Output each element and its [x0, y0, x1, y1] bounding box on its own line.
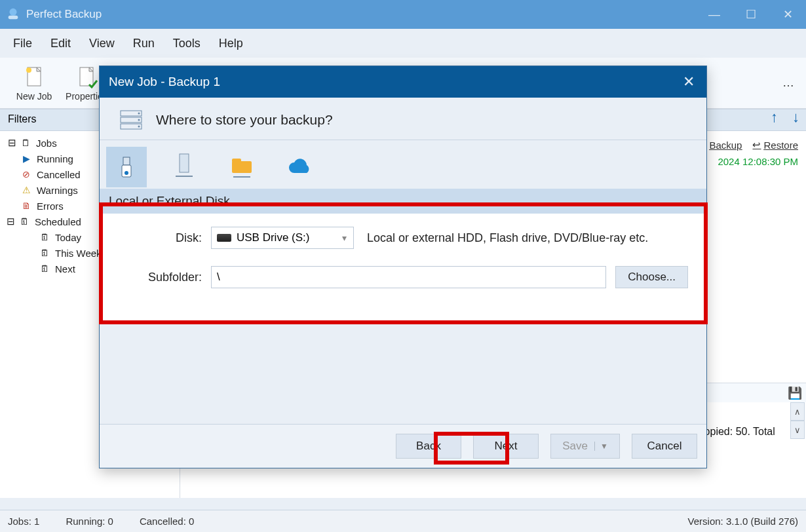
- menu-tools[interactable]: Tools: [165, 33, 208, 54]
- error-icon: 🗎: [20, 199, 33, 212]
- save-button[interactable]: Save ▼: [550, 434, 620, 459]
- save-icon[interactable]: 💾: [788, 386, 802, 400]
- svg-rect-19: [232, 159, 241, 162]
- chevron-down-icon: ▾: [342, 233, 347, 243]
- calendar-icon: 🗓: [18, 215, 31, 228]
- svg-point-12: [138, 126, 140, 128]
- menu-run[interactable]: Run: [125, 33, 163, 54]
- dest-nas[interactable]: [164, 147, 204, 187]
- dialog-title: New Job - Backup 1: [109, 75, 220, 89]
- svg-point-11: [138, 119, 140, 121]
- play-icon: ▶: [20, 152, 33, 165]
- svg-rect-13: [123, 157, 130, 165]
- status-running: Running: 0: [66, 516, 113, 527]
- dest-cloud[interactable]: [279, 147, 320, 187]
- menu-file[interactable]: File: [5, 33, 40, 54]
- svg-rect-18: [232, 161, 252, 173]
- disk-value: USB Drive (S:): [237, 231, 309, 244]
- svg-point-0: [10, 9, 17, 16]
- new-job-label: New Job: [16, 91, 52, 102]
- statusbar: Jobs: 1 Running: 0 Cancelled: 0 Version:…: [0, 510, 806, 532]
- calendar-icon: 🗓: [38, 262, 51, 275]
- app-icon: [5, 7, 21, 22]
- new-job-dialog: New Job - Backup 1 ✕ Where to store your…: [99, 66, 707, 468]
- status-cancelled: Cancelled: 0: [140, 516, 194, 527]
- disk-select[interactable]: USB Drive (S:) ▾: [211, 227, 354, 249]
- form-area: Disk: USB Drive (S:) ▾ Local or external…: [100, 214, 706, 321]
- choose-button[interactable]: Choose...: [615, 266, 688, 288]
- subfolder-label: Subfolder:: [142, 271, 211, 284]
- tree-expander[interactable]: ⊟: [7, 216, 15, 227]
- scroll-buttons: ∧ ∨: [790, 402, 805, 439]
- new-file-icon: [22, 65, 46, 88]
- disk-row: Disk: USB Drive (S:) ▾ Local or external…: [142, 227, 688, 249]
- disk-hint: Local or external HDD, Flash drive, DVD/…: [367, 231, 648, 245]
- svg-point-15: [125, 171, 128, 175]
- section-local-disk: Local or External Disk: [100, 189, 706, 214]
- menu-edit[interactable]: Edit: [43, 33, 79, 54]
- dialog-titlebar: New Job - Backup 1 ✕: [100, 66, 706, 98]
- tree-expander[interactable]: ⊟: [8, 137, 16, 149]
- svg-point-10: [138, 113, 140, 115]
- sort-arrows[interactable]: ↑ ↓: [771, 109, 799, 126]
- restore-link[interactable]: ↩ Restore: [752, 139, 798, 151]
- content-actions: 🛡 Backup ↩ Restore 2024 12:08:30 PM: [697, 139, 798, 167]
- dialog-heading: Where to store your backup?: [100, 98, 706, 140]
- save-dropdown-icon[interactable]: ▼: [594, 442, 608, 451]
- scroll-up-button[interactable]: ∧: [790, 402, 805, 421]
- new-job-button[interactable]: New Job: [8, 65, 60, 102]
- close-button[interactable]: ✕: [769, 0, 806, 29]
- menu-help[interactable]: Help: [211, 33, 251, 54]
- calendar-icon: 🗓: [38, 246, 51, 259]
- app-title: Perfect Backup: [26, 8, 102, 21]
- dialog-heading-text: Where to store your backup?: [156, 112, 333, 128]
- scroll-down-button[interactable]: ∨: [790, 421, 805, 439]
- arrow-up-icon[interactable]: ↑: [771, 109, 778, 126]
- destination-options: [100, 140, 706, 189]
- warning-icon: ⚠: [20, 183, 33, 197]
- cancel-button[interactable]: Cancel: [632, 434, 697, 459]
- dialog-buttons: Back Next Save ▼ Cancel: [100, 424, 706, 468]
- last-run-timestamp: 2024 12:08:30 PM: [697, 156, 798, 167]
- titlebar: Perfect Backup — ☐ ✕: [0, 0, 806, 29]
- window-controls: — ☐ ✕: [696, 0, 806, 29]
- properties-icon: [75, 65, 98, 88]
- next-button[interactable]: Next: [473, 434, 539, 459]
- svg-rect-16: [180, 154, 189, 172]
- dialog-close-button[interactable]: ✕: [671, 73, 706, 90]
- status-version: Version: 3.1.0 (Build 276): [688, 516, 798, 527]
- minimize-button[interactable]: —: [696, 0, 733, 29]
- calendar-icon: 🗓: [38, 231, 51, 244]
- svg-rect-1: [9, 16, 18, 20]
- toolbar-overflow[interactable]: …: [782, 76, 806, 90]
- restore-icon: ↩: [752, 139, 761, 151]
- back-button[interactable]: Back: [396, 434, 461, 459]
- menu-view[interactable]: View: [81, 33, 123, 54]
- list-icon: 🗒: [19, 136, 32, 149]
- disk-icon: [217, 234, 231, 242]
- storage-icon: [118, 107, 144, 133]
- maximize-button[interactable]: ☐: [733, 0, 769, 29]
- subfolder-value: \: [217, 271, 220, 284]
- status-jobs: Jobs: 1: [8, 516, 39, 527]
- dest-network-folder[interactable]: [221, 147, 262, 187]
- subfolder-row: Subfolder: \ Choose...: [142, 266, 688, 288]
- menubar: File Edit View Run Tools Help: [0, 29, 806, 58]
- arrow-down-icon[interactable]: ↓: [792, 109, 799, 126]
- subfolder-input[interactable]: \: [211, 266, 606, 288]
- disk-label: Disk:: [142, 231, 211, 245]
- dest-local-disk[interactable]: [106, 147, 147, 187]
- cancel-icon: ⊘: [20, 168, 33, 181]
- svg-point-4: [26, 67, 31, 73]
